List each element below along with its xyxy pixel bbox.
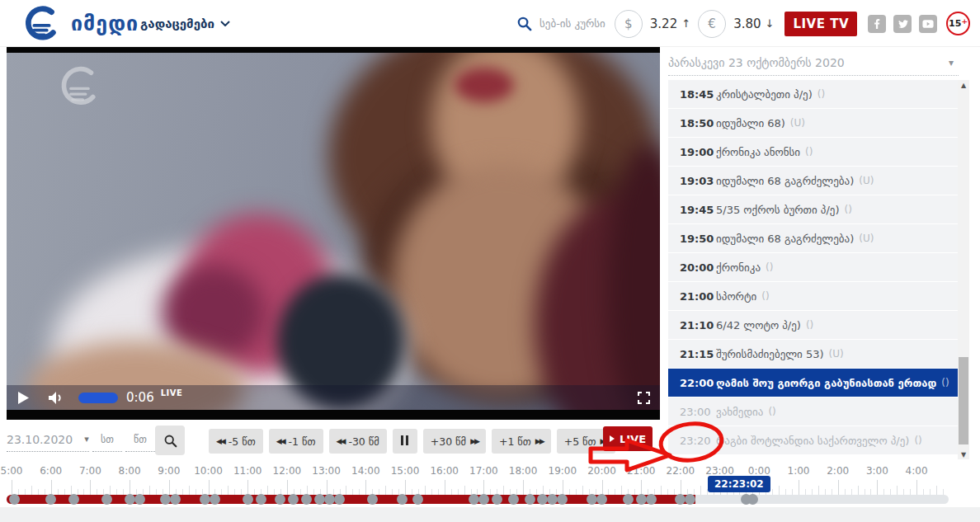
list-item[interactable]: 21:00სპორტი() <box>668 282 959 311</box>
seek-label: -30 წმ <box>348 435 379 448</box>
seek-fwd-30sec[interactable]: +30 წმ▶▶ <box>423 429 486 454</box>
dropdown-caret-icon: ▾ <box>949 57 954 68</box>
program-marker-dot[interactable] <box>636 494 647 505</box>
program-marker-dot[interactable] <box>125 494 135 505</box>
timeline-tick <box>156 489 157 495</box>
youtube-icon[interactable] <box>919 15 937 33</box>
scrollbar-thumb[interactable] <box>959 357 968 444</box>
go-live-label: LIVE <box>620 433 646 445</box>
age-plus: + <box>961 17 968 26</box>
program-marker-dot[interactable] <box>596 494 607 505</box>
program-title: 6/42 ლოტო პ/ე) <box>716 319 801 332</box>
timeline-tick <box>38 489 39 495</box>
program-marker-dot[interactable] <box>525 494 535 505</box>
minute-input[interactable] <box>125 427 155 452</box>
timeline-tick <box>832 489 832 495</box>
program-time: 21:00 <box>680 290 716 303</box>
program-marker-dot[interactable] <box>492 494 502 505</box>
list-item[interactable]: 19:03იდუმალი 68 გაგრძელება)(U) <box>668 167 959 195</box>
list-item[interactable]: 20:00ქრონიკა() <box>668 253 959 282</box>
timeline-tick <box>556 489 557 495</box>
timeline-hour-label: 14:00 <box>347 465 384 477</box>
program-marker-dot[interactable] <box>478 494 489 505</box>
program-marker-dot[interactable] <box>646 494 657 505</box>
volume-icon[interactable] <box>49 392 64 404</box>
program-marker-dot[interactable] <box>334 494 345 505</box>
pause-button[interactable] <box>393 429 417 454</box>
program-marker-dot[interactable] <box>210 494 220 505</box>
fullscreen-icon[interactable] <box>638 392 650 404</box>
seek-back-30sec[interactable]: ◀◀-30 წმ <box>329 429 387 454</box>
timeline-hour-label: 16:00 <box>426 465 463 477</box>
program-marker-dot[interactable] <box>508 494 519 505</box>
list-item[interactable]: 19:455/35 ოქროს ბურთი პ/ე)() <box>668 195 959 224</box>
program-marker-dot[interactable] <box>243 494 253 505</box>
program-marker-dot[interactable] <box>101 494 112 505</box>
video-player[interactable]: 0:06 LIVE <box>7 47 660 420</box>
twitter-icon[interactable] <box>893 15 912 33</box>
timeline-tick <box>189 486 190 495</box>
seek-fwd-1min[interactable]: +1 წთ▶▶ <box>492 429 551 454</box>
logo[interactable]: იმედი <box>23 4 139 42</box>
header: იმედი გადაცემები სებ-ის კურსი $ 3.22 ↑ €… <box>0 0 980 47</box>
seek-back-5min[interactable]: ◀◀-5 წთ <box>209 429 263 454</box>
program-title: იდუმალი 68 გაგრძელება) <box>716 233 854 245</box>
eur-trend-down-icon: ↓ <box>766 17 775 30</box>
timeline-hour-label: 19:00 <box>544 465 581 477</box>
program-marker-dot[interactable] <box>68 494 79 505</box>
list-item[interactable]: 18:45კრისტალბეთი პ/ე)() <box>668 80 959 109</box>
program-marker-dot[interactable] <box>367 494 378 505</box>
seek-label: +1 წთ <box>499 435 531 448</box>
timeline-tick <box>31 486 32 495</box>
program-title: იდუმალი 68 გაგრძელება) <box>716 175 854 187</box>
timeline-tick <box>674 489 675 495</box>
list-item[interactable]: 23:20რაგბი შოტლანდია საქართველო პ/ე)() <box>668 426 959 455</box>
imedi-logo-icon <box>23 4 61 42</box>
play-icon[interactable] <box>18 392 29 404</box>
go-live-button[interactable]: LIVE <box>603 426 653 451</box>
date-picker[interactable]: 23.10.2020 ▾ <box>7 427 89 452</box>
live-tv-button[interactable]: LIVE TV <box>784 12 857 36</box>
scrollbar[interactable]: ▲ ▼ <box>958 80 969 459</box>
progress-bar[interactable] <box>78 393 118 403</box>
timeline-tick <box>385 486 386 495</box>
list-item[interactable]: 23:00ვახმედია() <box>668 397 959 426</box>
timeline-tick <box>18 489 19 495</box>
program-marker-dot[interactable] <box>623 494 634 505</box>
program-suffix: () <box>761 290 769 302</box>
timeline-hour-label: 11:00 <box>229 465 266 477</box>
seek-back-1min[interactable]: ◀◀-1 წთ <box>269 429 323 454</box>
list-item[interactable]: 19:00ქრონიკა ანონსი() <box>668 138 959 167</box>
program-suffix: () <box>806 319 813 331</box>
list-item[interactable]: 21:106/42 ლოტო პ/ე)() <box>668 311 959 340</box>
list-item[interactable]: 21:15შურისმაძიებელი 53)(U) <box>668 340 959 369</box>
facebook-icon[interactable] <box>868 15 886 33</box>
scroll-up-icon[interactable]: ▲ <box>958 80 969 90</box>
program-suffix: () <box>914 435 921 446</box>
hour-input[interactable] <box>92 427 122 452</box>
timeline-hour-label: 5:00 <box>0 465 30 477</box>
schedule-date-select[interactable]: პარასკევი 23 ოქტომბერს 2020 ▾ <box>668 49 959 76</box>
program-marker-dot[interactable] <box>134 494 145 505</box>
program-marker-dot[interactable] <box>256 494 266 505</box>
nav-programs[interactable]: გადაცემები <box>140 0 230 47</box>
list-item[interactable]: 18:50იდუმალი 68)(U) <box>668 109 959 138</box>
timeline-hour-label: 23:00 <box>702 465 738 477</box>
program-title: სპორტი <box>716 290 756 303</box>
program-time: 18:45 <box>680 88 716 101</box>
timeline-hour-label: 0:00 <box>741 465 777 477</box>
timeline-tick <box>352 489 353 495</box>
search-icon[interactable] <box>516 16 532 31</box>
search-time-button[interactable] <box>155 426 185 455</box>
timeline-tick <box>883 489 884 495</box>
timeline-tick <box>634 489 635 495</box>
forward-icon: ▶▶ <box>535 437 544 445</box>
program-title: 5/35 ოქროს ბურთი პ/ე) <box>716 204 840 216</box>
scroll-down-icon[interactable]: ▼ <box>958 449 969 459</box>
list-item[interactable]: 19:50იდუმალი 68 გაგრძელება)(U) <box>668 224 959 253</box>
program-title: ქრონიკა ანონსი <box>716 146 800 158</box>
timeline-tick <box>851 489 852 495</box>
list-item[interactable]: 22:00ღამის შოუ გიორგი გაბუნიასთან ერთად(… <box>668 369 959 397</box>
program-marker-dot[interactable] <box>747 494 758 505</box>
program-marker-dot[interactable] <box>397 494 408 505</box>
